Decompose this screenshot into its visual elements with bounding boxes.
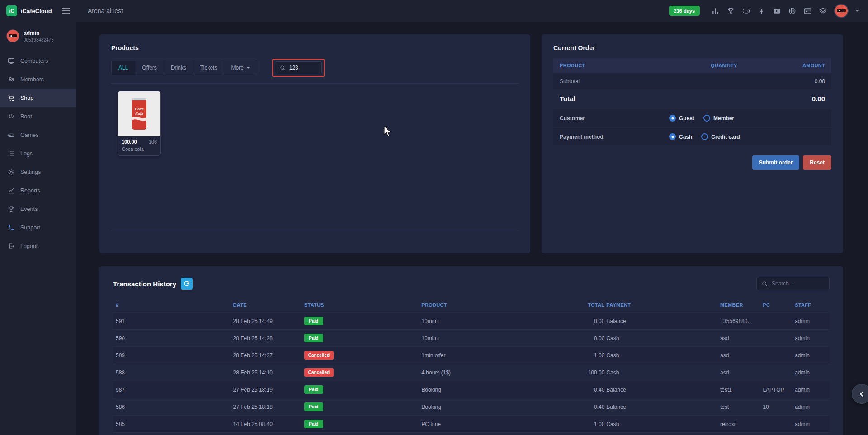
radio-cash[interactable]	[669, 133, 676, 140]
product-name: Coca cola	[118, 145, 160, 155]
product-search-input[interactable]	[289, 65, 318, 71]
refresh-icon	[184, 281, 190, 287]
status-badge: Paid	[304, 334, 323, 342]
sidebar-item-label: Games	[20, 132, 38, 138]
cell-date: 27 Feb 25 18:18	[233, 404, 304, 410]
cell-staff: admin	[795, 352, 827, 359]
products-title: Products	[111, 44, 519, 51]
reset-button[interactable]: Reset	[803, 155, 831, 170]
sidebar-item-shop[interactable]: Shop	[0, 89, 76, 107]
sidebar-item-games[interactable]: Games	[0, 126, 76, 144]
cell-pc: LAPTOP	[763, 387, 795, 393]
sidebar-item-logs[interactable]: Logs	[0, 144, 76, 163]
sidebar-item-label: Shop	[20, 95, 33, 101]
tab-all[interactable]: ALL	[111, 61, 135, 75]
cell-product: 1min offer	[421, 352, 560, 359]
table-row[interactable]: 584 12 Feb 25 11:48 Paid PC time 1.00 Ca…	[113, 432, 830, 435]
current-order-panel: Current Order PRODUCT QUANTITY AMOUNT Su…	[542, 34, 843, 253]
order-col-product: PRODUCT	[560, 63, 686, 68]
sidebar-item-settings[interactable]: Settings	[0, 163, 76, 181]
table-row[interactable]: 587 27 Feb 25 18:19 Paid Booking 0.40 Ba…	[113, 381, 830, 398]
cell-date: 28 Feb 25 14:49	[233, 318, 304, 324]
user-avatar[interactable]	[834, 4, 849, 18]
sidebar-item-events[interactable]: Events	[0, 200, 76, 218]
col-product: PRODUCT	[421, 302, 560, 308]
menu-toggle-icon[interactable]	[62, 8, 70, 14]
transaction-search-input[interactable]	[772, 281, 821, 287]
cell-staff: admin	[795, 387, 827, 393]
refresh-button[interactable]	[181, 278, 193, 290]
cell-date: 28 Feb 25 14:27	[233, 352, 304, 359]
apps-icon[interactable]	[819, 7, 827, 15]
table-row[interactable]: 590 28 Feb 25 14:28 Paid 10min+ 0.00 Cas…	[113, 329, 830, 346]
sidebar-item-members[interactable]: Members	[0, 70, 76, 89]
cell-status: Paid	[304, 402, 422, 411]
license-days-badge[interactable]: 216 days	[669, 6, 700, 16]
table-row[interactable]: 586 27 Feb 25 18:18 Paid Booking 0.40 Ba…	[113, 398, 830, 415]
table-row[interactable]: 589 28 Feb 25 14:27 Cancelled 1min offer…	[113, 346, 830, 364]
discord-icon[interactable]	[742, 7, 750, 15]
radio-member[interactable]	[703, 115, 710, 122]
license-icon[interactable]	[803, 7, 812, 15]
cell-member: retroxii	[720, 421, 763, 427]
customer-option-guest[interactable]: Guest	[669, 115, 694, 122]
table-row[interactable]: 588 28 Feb 25 14:10 Cancelled 4 hours (1…	[113, 364, 830, 381]
tab-more[interactable]: More	[224, 61, 257, 75]
order-col-quantity: QUANTITY	[686, 63, 762, 68]
sidebar-item-label: Members	[20, 76, 44, 83]
cell-id: 588	[116, 370, 233, 376]
payment-option-credit-card[interactable]: Credit card	[701, 133, 740, 140]
sidebar-item-boot[interactable]: Boot	[0, 107, 76, 126]
sidebar-item-support[interactable]: Support	[0, 218, 76, 237]
transaction-search[interactable]	[756, 277, 830, 290]
cell-id: 590	[116, 335, 233, 341]
customer-option-member[interactable]: Member	[703, 115, 734, 122]
cell-payment: Cash	[606, 421, 720, 427]
tab-drinks[interactable]: Drinks	[164, 61, 193, 75]
cell-total: 0.40	[560, 387, 606, 393]
order-subtotal-row: Subtotal 0.00	[553, 74, 831, 89]
order-total-row: Total 0.00	[553, 89, 831, 108]
chart-icon	[8, 187, 15, 194]
tournament-icon[interactable]	[726, 7, 735, 15]
sidebar-item-label: Computers	[20, 58, 48, 64]
status-badge: Paid	[304, 420, 323, 428]
table-row[interactable]: 591 28 Feb 25 14:49 Paid 10min+ 0.00 Bal…	[113, 312, 830, 329]
cell-payment: Cash	[606, 370, 720, 376]
tab-tickets[interactable]: Tickets	[193, 61, 225, 75]
cell-date: 28 Feb 25 14:28	[233, 335, 304, 341]
website-icon[interactable]	[788, 7, 797, 15]
computer-icon	[8, 57, 15, 65]
stats-icon[interactable]	[711, 7, 720, 15]
youtube-icon[interactable]	[773, 7, 781, 15]
facebook-icon[interactable]	[757, 7, 766, 15]
brand[interactable]: iC iCafeCloud	[6, 5, 52, 16]
product-stock: 106	[149, 139, 157, 145]
radio-guest-label: Guest	[679, 115, 694, 122]
cell-id: 587	[116, 387, 233, 393]
cell-total: 1.00	[560, 352, 606, 359]
table-row[interactable]: 585 14 Feb 25 08:40 Paid PC time 1.00 Ca…	[113, 415, 830, 432]
cell-date: 27 Feb 25 18:19	[233, 387, 304, 393]
sidebar-item-logout[interactable]: Logout	[0, 237, 76, 255]
status-badge: Paid	[304, 317, 323, 325]
sidebar-item-computers[interactable]: Computers	[0, 51, 76, 70]
radio-guest[interactable]	[669, 115, 676, 122]
product-card-coca-cola[interactable]: Coca Cola 100.00 106 Coca cola	[118, 91, 161, 156]
chevron-down-icon	[246, 67, 250, 69]
radio-credit-card[interactable]	[701, 133, 708, 140]
user-menu-caret-icon[interactable]	[855, 10, 859, 12]
sidebar-user-block[interactable]: admin 005193482475	[0, 22, 76, 51]
customer-label: Customer	[560, 115, 669, 122]
payment-option-cash[interactable]: Cash	[669, 133, 692, 140]
cell-status: Paid	[304, 385, 422, 394]
submit-order-button[interactable]: Submit order	[752, 155, 800, 170]
chat-expand-button[interactable]	[852, 384, 868, 404]
gear-icon	[8, 168, 15, 176]
tab-offers[interactable]: Offers	[135, 61, 164, 75]
product-search[interactable]	[275, 61, 322, 74]
cell-total: 0.00	[560, 318, 606, 324]
sidebar-item-reports[interactable]: Reports	[0, 181, 76, 200]
power-icon	[8, 113, 15, 120]
search-icon	[762, 281, 768, 287]
